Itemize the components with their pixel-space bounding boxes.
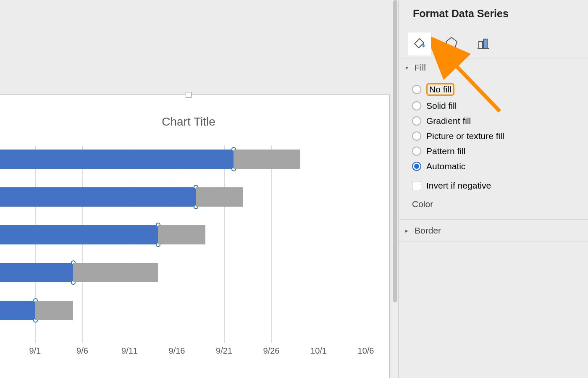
tab-effects[interactable] — [440, 32, 463, 55]
bar-segment-series2[interactable] — [196, 187, 243, 207]
gridline — [366, 145, 366, 343]
border-section-header[interactable]: ▸ Border — [399, 220, 588, 242]
svg-rect-3 — [479, 42, 483, 48]
chart-title[interactable]: Chart Title — [0, 115, 389, 129]
bar-row[interactable] — [0, 263, 158, 282]
bar-row[interactable] — [0, 150, 300, 169]
format-pane-tabs — [399, 29, 588, 58]
bar-row[interactable] — [0, 301, 73, 320]
option-label: Automatic — [426, 161, 465, 171]
bar-segment-series2[interactable] — [73, 263, 158, 282]
bar-segment-series2[interactable] — [35, 301, 73, 320]
radio-icon — [412, 101, 421, 110]
fill-option-picture-fill[interactable]: Picture or texture fill — [410, 129, 588, 144]
bar-segment-series2[interactable] — [234, 150, 300, 169]
radio-icon — [412, 147, 421, 156]
x-axis-tick: 10/6 — [358, 346, 374, 356]
paint-bucket-icon — [412, 35, 427, 52]
bar-segment-series2[interactable] — [158, 225, 205, 244]
chart-object-frame[interactable]: Chart Title 8/279/19/69/119/169/219/2610… — [0, 94, 390, 378]
bar-segment-series1[interactable] — [0, 150, 234, 169]
radio-icon — [412, 116, 421, 126]
fill-options-group: No fill Solid fill Gradient fill Picture… — [399, 77, 588, 220]
option-label: Picture or texture fill — [426, 131, 504, 141]
fill-option-gradient-fill[interactable]: Gradient fill — [410, 113, 588, 129]
radio-icon — [412, 162, 421, 171]
scrollbar-thumb[interactable] — [393, 0, 397, 302]
color-label: Color — [410, 193, 588, 213]
x-axis-tick: 9/1 — [29, 346, 41, 356]
fill-option-automatic[interactable]: Automatic — [410, 159, 588, 174]
fill-section-header[interactable]: ▾ Fill — [399, 58, 588, 77]
fill-option-pattern-fill[interactable]: Pattern fill — [410, 144, 588, 159]
fill-option-no-fill[interactable]: No fill — [410, 81, 588, 98]
bar-segment-series1[interactable] — [0, 187, 196, 207]
bar-chart-icon — [476, 36, 491, 52]
svg-marker-2 — [446, 37, 457, 48]
svg-rect-4 — [483, 39, 487, 48]
gridline — [224, 145, 225, 343]
vertical-scrollbar[interactable] — [392, 0, 398, 378]
radio-icon — [412, 85, 421, 94]
chart-canvas-area: Chart Title 8/279/19/69/119/169/219/2610… — [0, 0, 398, 378]
x-axis-tick: 10/1 — [310, 346, 327, 356]
option-label: No fill — [429, 84, 452, 94]
radio-icon — [412, 131, 421, 141]
pentagon-icon — [444, 36, 459, 52]
fill-section-label: Fill — [415, 63, 426, 73]
bar-row[interactable] — [0, 225, 205, 244]
bar-segment-series1[interactable] — [0, 225, 158, 244]
invert-if-negative[interactable]: Invert if negative — [410, 178, 588, 193]
option-label: Pattern fill — [426, 146, 465, 156]
border-section-label: Border — [415, 226, 441, 236]
option-label: Solid fill — [426, 101, 457, 111]
x-axis-tick: 9/26 — [263, 346, 280, 356]
annotation-highlight: No fill — [426, 83, 454, 96]
fill-option-solid-fill[interactable]: Solid fill — [410, 98, 588, 113]
resize-handle-top[interactable] — [186, 92, 192, 98]
bar-row[interactable] — [0, 187, 243, 207]
bar-segment-series1[interactable] — [0, 301, 35, 320]
format-pane: Format Data Series — [398, 0, 588, 378]
checkbox-icon — [412, 181, 421, 190]
tab-series-options[interactable] — [472, 32, 495, 55]
format-pane-title: Format Data Series — [399, 0, 588, 29]
option-label: Gradient fill — [426, 116, 471, 126]
option-label: Invert if negative — [426, 181, 491, 191]
chevron-right-icon: ▸ — [405, 227, 411, 234]
x-axis-tick: 9/11 — [121, 346, 138, 356]
gridline — [271, 145, 272, 343]
x-axis-tick: 9/6 — [76, 346, 88, 356]
x-axis-tick: 9/21 — [216, 346, 232, 356]
chevron-down-icon: ▾ — [405, 64, 411, 71]
tab-fill-and-line[interactable] — [408, 32, 431, 55]
chart-plot-area[interactable]: 8/279/19/69/119/169/219/2610/110/6 — [0, 145, 366, 355]
bar-segment-series1[interactable] — [0, 263, 73, 282]
x-axis-tick: 9/16 — [169, 346, 185, 356]
gridline — [319, 145, 319, 343]
